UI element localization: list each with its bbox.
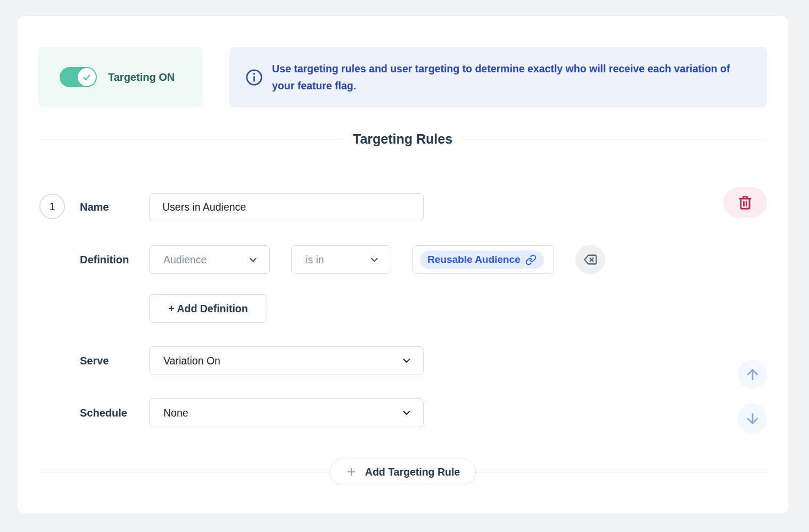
definition-subject-value: Audience — [163, 254, 247, 266]
toggle-knob — [78, 68, 96, 86]
serve-label: Serve — [80, 346, 109, 375]
definition-value-field[interactable]: Reusable Audience — [412, 245, 554, 274]
divider-line — [476, 472, 767, 472]
chevron-down-icon — [369, 254, 380, 265]
move-rule-down-button[interactable] — [738, 404, 767, 433]
arrow-up-icon — [745, 367, 761, 383]
arrow-down-icon — [745, 411, 761, 427]
targeting-status-panel: Targeting ON — [38, 47, 202, 107]
reusable-audience-chip-label: Reusable Audience — [427, 254, 521, 265]
serve-value: Variation On — [163, 355, 401, 367]
move-rule-up-button[interactable] — [738, 360, 767, 389]
plus-icon — [345, 466, 357, 478]
divider-line — [461, 139, 767, 139]
add-definition-button[interactable]: + Add Definition — [149, 294, 267, 323]
add-targeting-rule-label: Add Targeting Rule — [365, 466, 460, 478]
targeting-card: Targeting ON Use targeting rules and use… — [18, 16, 788, 513]
chevron-down-icon — [247, 254, 259, 265]
name-label: Name — [80, 193, 109, 221]
rule-name-input[interactable] — [149, 193, 424, 221]
clear-definition-button[interactable] — [575, 245, 605, 275]
backspace-icon — [583, 252, 598, 267]
add-targeting-rule-button[interactable]: Add Targeting Rule — [329, 459, 476, 485]
check-icon — [82, 72, 92, 82]
section-title: Targeting Rules — [353, 131, 452, 147]
schedule-label: Schedule — [80, 398, 127, 427]
delete-rule-button[interactable] — [723, 187, 767, 218]
definition-subject-dropdown[interactable]: Audience — [149, 245, 270, 274]
trash-icon — [737, 195, 753, 211]
definition-comparator-dropdown[interactable]: is in — [291, 245, 391, 274]
targeting-status-label: Targeting ON — [108, 71, 175, 84]
schedule-value: None — [163, 407, 401, 419]
link-icon — [525, 254, 536, 265]
divider-line — [38, 472, 329, 472]
definition-comparator-value: is in — [306, 254, 369, 266]
chevron-down-icon — [401, 355, 412, 367]
section-divider: Targeting Rules — [38, 130, 767, 148]
serve-dropdown[interactable]: Variation On — [149, 346, 424, 375]
divider-line — [38, 139, 344, 139]
info-icon — [245, 69, 263, 86]
info-banner: Use targeting rules and user targeting t… — [229, 47, 767, 107]
reusable-audience-chip[interactable]: Reusable Audience — [420, 251, 544, 269]
info-banner-text: Use targeting rules and user targeting t… — [272, 60, 743, 94]
chevron-down-icon — [401, 407, 412, 419]
definition-label: Definition — [80, 245, 129, 274]
targeting-toggle[interactable] — [60, 67, 97, 87]
rule-number-badge: 1 — [39, 194, 65, 219]
footer-divider-row: Add Targeting Rule — [38, 459, 767, 485]
schedule-dropdown[interactable]: None — [149, 398, 424, 427]
